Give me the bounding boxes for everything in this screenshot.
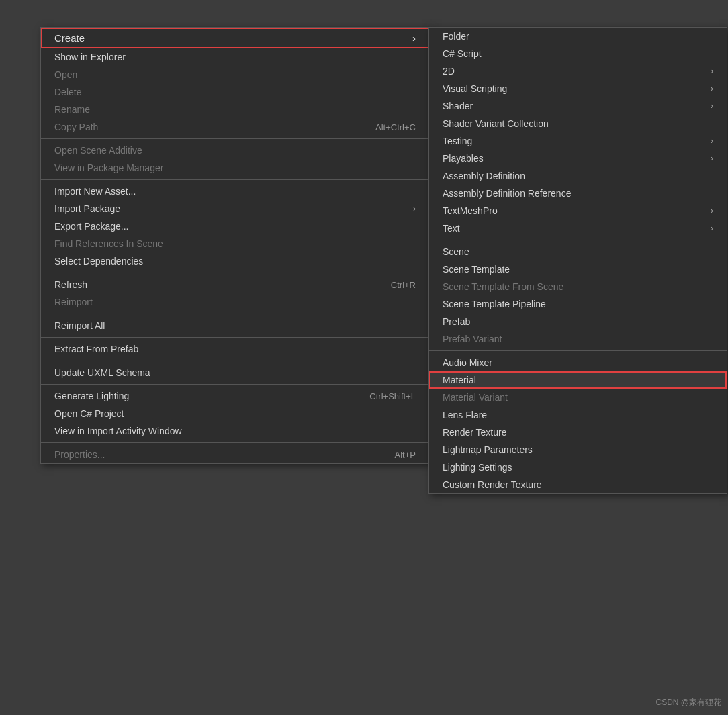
menu-item-select-dependencies[interactable]: Select Dependencies xyxy=(41,252,429,270)
menu-item-playables[interactable]: Playables › xyxy=(429,150,727,167)
menu-item-audio-mixer[interactable]: Audio Mixer xyxy=(429,354,727,371)
divider-1 xyxy=(41,138,429,139)
generate-lighting-label: Generate Lighting xyxy=(54,391,343,401)
menu-item-open: Open xyxy=(41,66,429,83)
menu-item-import-new-asset[interactable]: Import New Asset... xyxy=(41,183,429,200)
extract-from-prefab-label: Extract From Prefab xyxy=(54,344,416,354)
open-scene-additive-label: Open Scene Additive xyxy=(54,145,416,156)
create-arrow: › xyxy=(412,32,416,44)
menu-item-textmeshpro[interactable]: TextMeshPro › xyxy=(429,202,727,220)
copy-path-shortcut: Alt+Ctrl+C xyxy=(375,122,416,132)
scene-template-label: Scene Template xyxy=(443,264,713,275)
show-in-explorer-label: Show in Explorer xyxy=(54,52,416,62)
find-references-in-scene-label: Find References In Scene xyxy=(54,238,416,249)
menu-item-export-package[interactable]: Export Package... xyxy=(41,218,429,235)
menu-item-shader[interactable]: Shader › xyxy=(429,97,727,115)
text-arrow: › xyxy=(711,224,713,233)
divider-6 xyxy=(41,361,429,361)
menu-item-custom-render-texture[interactable]: Custom Render Texture xyxy=(429,476,727,493)
menu-item-shader-variant-collection[interactable]: Shader Variant Collection xyxy=(429,115,727,132)
menu-item-testing[interactable]: Testing › xyxy=(429,132,727,150)
menu-item-scene-template-from-scene: Scene Template From Scene xyxy=(429,278,727,295)
select-dependencies-label: Select Dependencies xyxy=(54,256,416,267)
assembly-definition-label: Assembly Definition xyxy=(443,171,713,181)
view-in-package-manager-label: View in Package Manager xyxy=(54,162,416,173)
menu-item-scene-template-pipeline[interactable]: Scene Template Pipeline xyxy=(429,295,727,313)
menu-item-rename: Rename xyxy=(41,101,429,118)
menu-item-assembly-definition[interactable]: Assembly Definition xyxy=(429,167,727,185)
menu-item-generate-lighting[interactable]: Generate Lighting Ctrl+Shift+L xyxy=(41,387,429,405)
menu-item-copy-path: Copy Path Alt+Ctrl+C xyxy=(41,118,429,136)
update-uxml-schema-label: Update UXML Schema xyxy=(54,367,416,378)
right-divider-2 xyxy=(429,350,727,351)
menu-item-refresh[interactable]: Refresh Ctrl+R xyxy=(41,276,429,293)
open-csharp-project-label: Open C# Project xyxy=(54,408,416,419)
audio-mixer-label: Audio Mixer xyxy=(443,357,713,368)
menu-item-lightmap-parameters[interactable]: Lightmap Parameters xyxy=(429,441,727,459)
export-package-label: Export Package... xyxy=(54,221,416,232)
textmeshpro-label: TextMeshPro xyxy=(443,205,704,216)
shader-variant-collection-label: Shader Variant Collection xyxy=(443,118,713,129)
menu-item-scene-template[interactable]: Scene Template xyxy=(429,260,727,278)
create-label: Create xyxy=(54,32,85,44)
menu-item-visual-scripting[interactable]: Visual Scripting › xyxy=(429,80,727,97)
playables-arrow: › xyxy=(711,154,713,163)
menu-item-material[interactable]: Material xyxy=(429,371,727,389)
delete-label: Delete xyxy=(54,87,416,97)
open-label: Open xyxy=(54,69,416,80)
view-in-import-activity-window-label: View in Import Activity Window xyxy=(54,426,416,436)
menu-item-lens-flare[interactable]: Lens Flare xyxy=(429,406,727,424)
divider-2 xyxy=(41,179,429,180)
menu-item-scene[interactable]: Scene xyxy=(429,243,727,260)
menu-item-view-in-import-activity-window[interactable]: View in Import Activity Window xyxy=(41,422,429,440)
lighting-settings-label: Lighting Settings xyxy=(443,462,713,473)
assembly-definition-reference-label: Assembly Definition Reference xyxy=(443,188,713,199)
menu-item-prefab[interactable]: Prefab xyxy=(429,313,727,330)
refresh-label: Refresh xyxy=(54,279,364,290)
menu-item-text[interactable]: Text › xyxy=(429,220,727,237)
refresh-shortcut: Ctrl+R xyxy=(391,280,416,290)
menu-item-create[interactable]: Create › xyxy=(41,28,429,48)
textmeshpro-arrow: › xyxy=(711,206,713,216)
custom-render-texture-label: Custom Render Texture xyxy=(443,479,713,490)
visual-scripting-label: Visual Scripting xyxy=(443,83,704,94)
menu-item-update-uxml-schema[interactable]: Update UXML Schema xyxy=(41,364,429,381)
properties-label: Properties... xyxy=(54,449,368,460)
menu-item-open-csharp-project[interactable]: Open C# Project xyxy=(41,405,429,422)
menu-item-lighting-settings[interactable]: Lighting Settings xyxy=(429,459,727,476)
scene-template-from-scene-label: Scene Template From Scene xyxy=(443,281,713,292)
testing-arrow: › xyxy=(711,136,713,146)
prefab-label: Prefab xyxy=(443,316,713,327)
left-context-menu: Create › Show in Explorer Open Delete Re… xyxy=(40,27,430,464)
menu-item-reimport: Reimport xyxy=(41,293,429,311)
menu-item-csharp-script[interactable]: C# Script xyxy=(429,45,727,62)
menu-item-view-in-package-manager: View in Package Manager xyxy=(41,159,429,177)
folder-label: Folder xyxy=(443,31,713,42)
properties-shortcut: Alt+P xyxy=(395,450,416,460)
2d-label: 2D xyxy=(443,66,704,77)
visual-scripting-arrow: › xyxy=(711,84,713,93)
rename-label: Rename xyxy=(54,104,416,115)
csharp-script-label: C# Script xyxy=(443,48,713,59)
reimport-label: Reimport xyxy=(54,297,416,307)
divider-3 xyxy=(41,273,429,273)
menu-item-extract-from-prefab[interactable]: Extract From Prefab xyxy=(41,340,429,358)
copy-path-label: Copy Path xyxy=(54,122,349,132)
material-variant-label: Material Variant xyxy=(443,392,713,403)
lens-flare-label: Lens Flare xyxy=(443,410,713,420)
2d-arrow: › xyxy=(711,66,713,76)
menu-item-2d[interactable]: 2D › xyxy=(429,62,727,80)
menu-item-render-texture[interactable]: Render Texture xyxy=(429,424,727,441)
render-texture-label: Render Texture xyxy=(443,427,713,438)
menu-item-show-in-explorer[interactable]: Show in Explorer xyxy=(41,48,429,66)
watermark: CSDN @家有狸花 xyxy=(655,697,721,708)
menu-item-material-variant: Material Variant xyxy=(429,389,727,406)
divider-7 xyxy=(41,384,429,385)
menu-item-reimport-all[interactable]: Reimport All xyxy=(41,317,429,334)
menu-item-assembly-definition-reference[interactable]: Assembly Definition Reference xyxy=(429,185,727,202)
shader-label: Shader xyxy=(443,101,704,111)
menu-item-import-package[interactable]: Import Package › xyxy=(41,200,429,218)
right-context-menu: Folder C# Script 2D › Visual Scripting ›… xyxy=(428,27,727,494)
import-new-asset-label: Import New Asset... xyxy=(54,186,416,197)
menu-item-folder[interactable]: Folder xyxy=(429,28,727,45)
